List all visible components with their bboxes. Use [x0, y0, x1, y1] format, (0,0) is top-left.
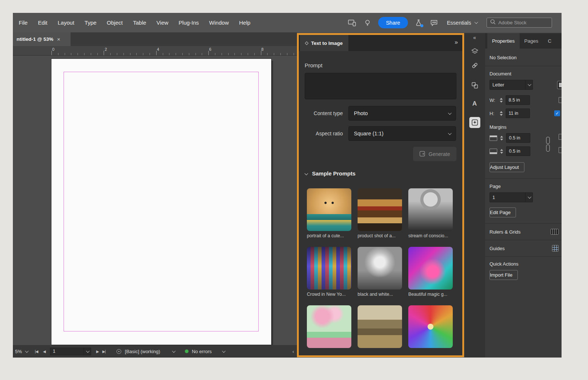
menu-layout[interactable]: Layout [53, 19, 79, 26]
object-styles-icon[interactable] [471, 82, 478, 89]
share-button[interactable]: Share [378, 17, 408, 28]
document-setup-icon[interactable] [557, 81, 562, 89]
margin-bottom-field[interactable]: 0.5 in [506, 146, 530, 156]
menu-view[interactable]: View [151, 19, 173, 26]
divider [485, 66, 562, 66]
columns-icon[interactable] [559, 134, 562, 140]
next-page-button[interactable]: ▶ [96, 349, 99, 354]
preflight-icon[interactable] [116, 349, 121, 354]
text-to-image-tab[interactable]: Text to Image [300, 35, 348, 51]
columns-icon[interactable] [559, 147, 562, 153]
chevron-down-icon[interactable] [172, 349, 176, 353]
width-stepper[interactable] [499, 98, 503, 103]
page-number-dropdown[interactable] [84, 348, 91, 355]
facing-pages-checkbox[interactable]: ✓ [554, 110, 560, 116]
prompt-textarea[interactable] [305, 73, 456, 99]
guides-label: Guides [490, 246, 505, 251]
width-field[interactable]: 8.5 in [506, 95, 530, 105]
rulers-grids-icon[interactable] [551, 229, 559, 235]
import-file-button[interactable]: Import File [490, 270, 518, 280]
chevron-down-icon [448, 131, 452, 135]
lightbulb-icon[interactable] [363, 18, 372, 28]
menu-edit[interactable]: Edit [33, 19, 53, 26]
last-page-button[interactable]: ▶| [103, 349, 105, 354]
sample-prompt-flamingo[interactable]: Beautiful magic g... [408, 247, 453, 297]
sample-caption: product shot of a... [358, 233, 402, 238]
close-tab-icon[interactable]: × [57, 36, 60, 42]
collapse-panels-icon[interactable]: « [473, 35, 476, 40]
tab-properties[interactable]: Properties [487, 33, 520, 49]
sample-prompt-kitten[interactable]: portrait of a cute... [307, 188, 351, 238]
link-margins-icon[interactable] [545, 137, 550, 152]
menu-type[interactable]: Type [79, 19, 102, 26]
orientation-icon[interactable] [559, 97, 562, 103]
sample-image-bw-portrait [358, 247, 402, 290]
first-page-button[interactable]: |◀ [35, 349, 38, 354]
chevron-down-icon [25, 349, 29, 353]
margin-top-field[interactable]: 0.5 in [506, 133, 530, 143]
stock-search[interactable] [487, 18, 552, 28]
character-styles-icon[interactable]: A [472, 100, 477, 107]
guides-icon[interactable] [552, 245, 559, 252]
document-page[interactable] [51, 59, 271, 345]
guides-row[interactable]: Guides [490, 240, 562, 256]
scroll-left-button[interactable]: ‹ [293, 349, 294, 354]
sample-prompt-brain[interactable]: stream of conscio... [408, 188, 453, 238]
sample-prompt-bw-portrait[interactable]: black and white... [358, 247, 402, 297]
height-stepper[interactable] [499, 111, 503, 116]
sample-prompt-kaleidoscope[interactable] [408, 305, 453, 350]
height-field[interactable]: 11 in [506, 109, 530, 118]
aspect-ratio-select[interactable]: Square (1:1) [348, 126, 456, 141]
rulers-grids-label: Rulers & Grids [490, 229, 521, 235]
tab-comments[interactable]: C [543, 33, 556, 49]
collapse-panel-icon[interactable]: » [455, 39, 458, 46]
preflight-profile[interactable]: [Basic] (working) [125, 349, 160, 354]
sample-prompt-vintage-car[interactable] [358, 305, 402, 350]
menu-object[interactable]: Object [102, 19, 128, 26]
sample-prompt-burger[interactable]: product shot of a... [358, 188, 402, 238]
device-preview-icon[interactable] [347, 18, 357, 28]
edit-page-button[interactable]: Edit Page [490, 207, 516, 217]
menu-table[interactable]: Table [128, 19, 151, 26]
link-icon[interactable] [471, 62, 479, 69]
chevron-down-icon [525, 193, 533, 202]
text-to-image-strip-icon[interactable] [469, 117, 480, 128]
page-select[interactable]: 1 [490, 192, 533, 202]
sample-prompts-header[interactable]: Sample Prompts [305, 170, 355, 177]
content-type-select[interactable]: Photo [348, 106, 456, 121]
layers-icon[interactable] [471, 48, 479, 55]
previous-page-button[interactable]: ◀ [43, 349, 46, 354]
generate-button[interactable]: Generate [413, 147, 456, 161]
margin-top-row: 0.5 in [490, 133, 562, 143]
menu-window[interactable]: Window [204, 19, 234, 26]
document-tab[interactable]: ntitled-1 @ 53% × [13, 32, 71, 46]
generate-label: Generate [429, 151, 450, 157]
document-tab-bar: ntitled-1 @ 53% × [13, 32, 297, 46]
sample-caption: black and white... [358, 292, 402, 297]
panel-icon-strip: « A [464, 33, 485, 357]
sample-caption: Crowd in New Yo... [307, 292, 351, 297]
chevron-down-icon [474, 20, 478, 24]
beta-flask-icon[interactable] [414, 18, 423, 28]
menu-help[interactable]: Help [234, 19, 255, 26]
margin-bottom-stepper[interactable] [499, 149, 504, 154]
sample-prompt-tea-set[interactable] [307, 305, 351, 350]
chevron-down-icon[interactable] [222, 349, 226, 353]
error-status[interactable]: No errors [192, 349, 212, 354]
sample-prompt-city-crowd[interactable]: Crowd in New Yo... [307, 247, 351, 297]
page-number-field[interactable]: 1 [50, 348, 84, 355]
rulers-grids-row[interactable]: Rulers & Grids [490, 224, 562, 240]
margin-top-stepper[interactable] [499, 136, 504, 141]
menu-file[interactable]: File [14, 19, 33, 26]
comments-icon[interactable] [429, 18, 439, 28]
stock-search-input[interactable] [498, 20, 549, 25]
pasteboard[interactable] [13, 56, 297, 345]
tab-pages[interactable]: Pages [520, 33, 543, 49]
workspace-switcher[interactable]: Essentials [447, 20, 477, 26]
adjust-layout-button[interactable]: Adjust Layout [490, 162, 524, 172]
page-size-select[interactable]: Letter [490, 80, 533, 90]
menu-plugins[interactable]: Plug-Ins [173, 19, 204, 26]
workspace-label: Essentials [447, 20, 471, 26]
sparkle-icon [472, 119, 478, 126]
zoom-control[interactable]: 5% [13, 349, 28, 354]
